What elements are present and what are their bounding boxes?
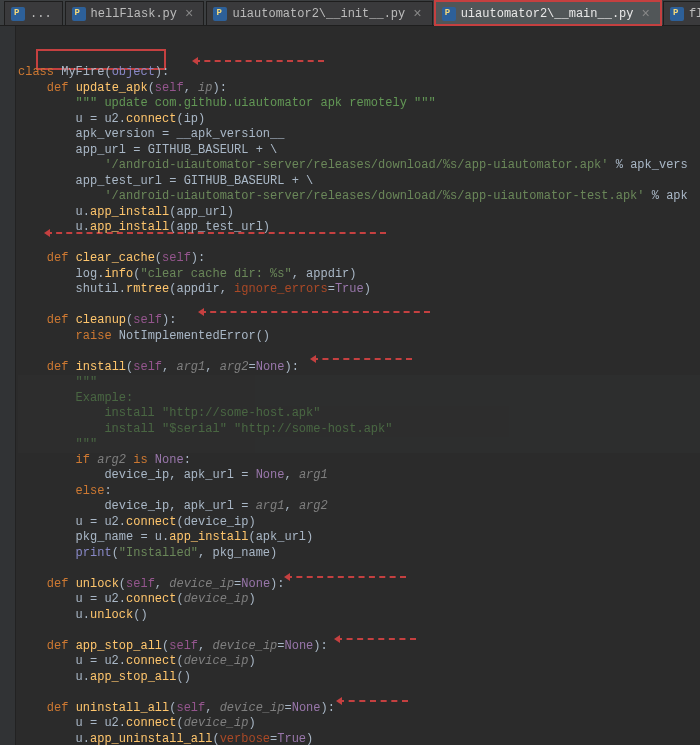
- tab-hellflask[interactable]: hellFlask.py×: [65, 1, 205, 25]
- code-line: u.app_stop_all(): [18, 670, 700, 686]
- code-line: """ update com.github.uiautomator apk re…: [18, 96, 700, 112]
- code-line: u = u2.connect(ip): [18, 112, 700, 128]
- tab-uiauto-main[interactable]: uiautomator2\__main__.py×: [435, 1, 661, 25]
- code-line: u.unlock(): [18, 608, 700, 624]
- python-file-icon: [72, 7, 86, 21]
- tab-uiauto-init[interactable]: uiautomator2\__init__.py×: [206, 1, 432, 25]
- code-line: print("Installed", pkg_name): [18, 546, 700, 562]
- code-line: app_test_url = GITHUB_BASEURL + \: [18, 174, 700, 190]
- code-line: install "http://some-host.apk": [18, 406, 700, 422]
- code-line: raise NotImplementedError(): [18, 329, 700, 345]
- tab-label: flask\__init__.py: [689, 7, 700, 21]
- code-line: def unlock(self, device_ip=None):: [18, 577, 700, 593]
- code-line: install "$serial" "http://some-host.apk": [18, 422, 700, 438]
- tab-label: uiautomator2\__main__.py: [461, 7, 634, 21]
- code-line: def uninstall_all(self, device_ip=None):: [18, 701, 700, 717]
- tab-flask-init[interactable]: flask\__init__.py×: [663, 1, 700, 25]
- code-line: def cleanup(self):: [18, 313, 700, 329]
- code-line: [18, 623, 700, 639]
- tab-label: ...: [30, 7, 52, 21]
- code-line: [18, 344, 700, 360]
- code-line: [18, 34, 700, 50]
- code-line: u = u2.connect(device_ip): [18, 716, 700, 732]
- code-editor[interactable]: class MyFire(object): def update_apk(sel…: [16, 26, 700, 745]
- code-line: u.app_install(app_test_url): [18, 220, 700, 236]
- code-line: class MyFire(object):: [18, 65, 700, 81]
- code-line: """: [18, 375, 700, 391]
- code-line: else:: [18, 484, 700, 500]
- code-line: shutil.rmtree(appdir, ignore_errors=True…: [18, 282, 700, 298]
- code-line: device_ip, apk_url = arg1, arg2: [18, 499, 700, 515]
- code-line: [18, 50, 700, 66]
- editor-gutter: [0, 26, 16, 745]
- code-line: '/android-uiautomator-server/releases/do…: [18, 189, 700, 205]
- code-line: if arg2 is None:: [18, 453, 700, 469]
- code-line: device_ip, apk_url = None, arg1: [18, 468, 700, 484]
- code-line: '/android-uiautomator-server/releases/do…: [18, 158, 700, 174]
- code-line: apk_version = __apk_version__: [18, 127, 700, 143]
- tab-hidden[interactable]: ...: [4, 1, 63, 25]
- code-line: log.info("clear cache dir: %s", appdir): [18, 267, 700, 283]
- code-line: def clear_cache(self):: [18, 251, 700, 267]
- code-line: def update_apk(self, ip):: [18, 81, 700, 97]
- code-line: app_url = GITHUB_BASEURL + \: [18, 143, 700, 159]
- code-line: [18, 236, 700, 252]
- close-icon[interactable]: ×: [413, 7, 421, 21]
- close-icon[interactable]: ×: [185, 7, 193, 21]
- code-line: [18, 561, 700, 577]
- code-line: """: [18, 437, 700, 453]
- tab-label: hellFlask.py: [91, 7, 177, 21]
- code-line: Example:: [18, 391, 700, 407]
- code-line: [18, 298, 700, 314]
- python-file-icon: [11, 7, 25, 21]
- code-line: def install(self, arg1, arg2=None):: [18, 360, 700, 376]
- code-line: u.app_uninstall_all(verbose=True): [18, 732, 700, 746]
- code-line: def app_stop_all(self, device_ip=None):: [18, 639, 700, 655]
- python-file-icon: [442, 7, 456, 21]
- code-line: u = u2.connect(device_ip): [18, 592, 700, 608]
- code-line: pkg_name = u.app_install(apk_url): [18, 530, 700, 546]
- close-icon[interactable]: ×: [642, 7, 650, 21]
- editor-tab-bar: ... hellFlask.py× uiautomator2\__init__.…: [0, 0, 700, 26]
- code-line: u = u2.connect(device_ip): [18, 654, 700, 670]
- python-file-icon: [670, 7, 684, 21]
- code-line: u.app_install(app_url): [18, 205, 700, 221]
- tab-label: uiautomator2\__init__.py: [232, 7, 405, 21]
- python-file-icon: [213, 7, 227, 21]
- code-line: u = u2.connect(device_ip): [18, 515, 700, 531]
- code-line: [18, 685, 700, 701]
